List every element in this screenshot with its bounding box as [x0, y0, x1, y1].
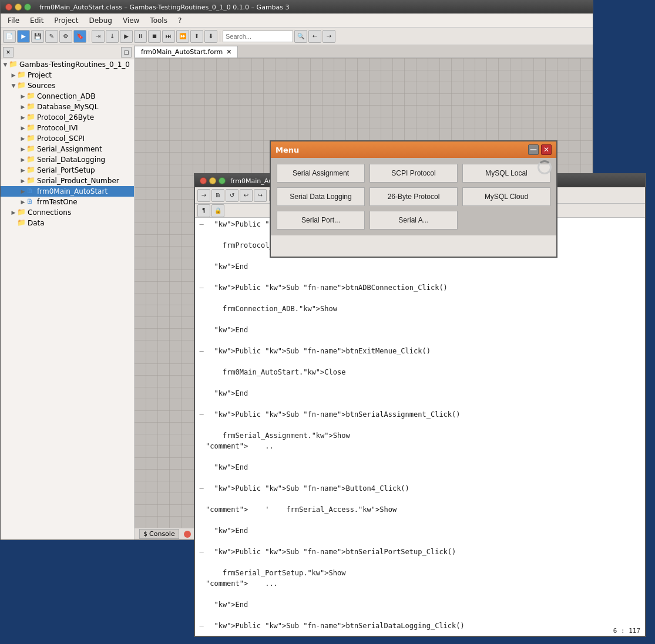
- collapse-icon[interactable]: —: [197, 484, 206, 495]
- toolbar-fast-forward[interactable]: ⏩: [176, 30, 189, 43]
- collapse-icon[interactable]: —: [197, 410, 206, 421]
- sidebar-item-serial-assignment[interactable]: ▶ 📁 Serial_Assignment: [1, 144, 134, 154]
- sidebar-item-protocol-ivi[interactable]: ▶ 📁 Protocol_IVI: [1, 123, 134, 133]
- sidebar-serial-product-number-label: Serial_Product_Number: [37, 177, 119, 185]
- code-line: "comment"> ' frmSerial_Access."kw">Show: [195, 505, 645, 516]
- search-input[interactable]: [223, 31, 293, 42]
- sidebar-item-serial-datalogging[interactable]: ▶ 📁 Serial_DataLogging: [1, 154, 134, 165]
- code-text: [206, 474, 643, 484]
- sidebar-close[interactable]: ✕: [3, 47, 14, 58]
- maximize-button[interactable]: [24, 4, 31, 11]
- collapse-icon[interactable]: —: [197, 284, 206, 294]
- code-close-button[interactable]: [200, 177, 207, 184]
- tab-form[interactable]: frm0Main_AutoStart.form ✕: [135, 46, 238, 58]
- sidebar-collapse[interactable]: □: [121, 47, 132, 58]
- sidebar-serial-portsetup-arrow: ▶: [19, 167, 26, 174]
- code-text: "kw">End: [206, 527, 643, 537]
- code-text: [206, 632, 643, 636]
- menu-btn-serial-data-logging[interactable]: Serial Data Logging: [277, 187, 365, 206]
- menu-popup-title-area: Menu: [276, 146, 299, 154]
- toolbar-step-into[interactable]: ↓: [106, 30, 119, 43]
- sidebar-item-protocol-scpi[interactable]: ▶ 📁 Protocol_SCPI: [1, 133, 134, 144]
- sidebar-item-connection-adb[interactable]: ▶ 📁 Connection_ADB: [1, 91, 134, 102]
- code-text: frm0Main_AutoStart."kw">Close: [206, 368, 643, 379]
- toolbar-save[interactable]: 💾: [31, 30, 44, 43]
- code-toolbar-redo[interactable]: ↪: [254, 189, 267, 202]
- ide-titlebar: frm0Main_AutoStart.class – Gambas-Testin…: [1, 1, 593, 14]
- sidebar-item-frm0main-autostart[interactable]: ▶ 🗎 frm0Main_AutoStart: [1, 186, 134, 197]
- code-toolbar-undo[interactable]: ↩: [240, 189, 253, 202]
- collapse-icon[interactable]: —: [197, 347, 206, 358]
- collapse-icon[interactable]: —: [197, 548, 206, 558]
- code-content[interactable]: — "kw">Public "kw">Sub "fn-name">btnProt…: [195, 218, 645, 636]
- code-max-button[interactable]: [219, 177, 226, 184]
- code-line: [195, 474, 645, 484]
- menu-btn-mysql-cloud[interactable]: MySQL Cloud: [462, 187, 550, 206]
- menu-popup-window-controls: — ✕: [528, 144, 552, 155]
- minimize-button[interactable]: [15, 4, 22, 11]
- sidebar-item-connections[interactable]: ▶ 📁 Connections: [1, 207, 134, 218]
- collapse-icon[interactable]: —: [197, 622, 206, 632]
- menu-project[interactable]: Project: [49, 15, 83, 26]
- sidebar-item-serial-product-number[interactable]: ▶ 📁 Serial_Product_Number: [1, 176, 134, 186]
- toolbar-step-over[interactable]: ⇥: [92, 30, 105, 43]
- menu-tools[interactable]: Tools: [145, 15, 172, 26]
- menu-edit[interactable]: Edit: [25, 15, 48, 26]
- menu-view[interactable]: View: [118, 15, 144, 26]
- tab-close-icon[interactable]: ✕: [226, 48, 231, 56]
- sidebar-connection-adb-arrow: ▶: [19, 93, 26, 100]
- menu-file[interactable]: File: [3, 15, 24, 26]
- sidebar-item-frmtestone[interactable]: ▶ 🗎 frmTestOne: [1, 197, 134, 207]
- code-toolbar2-btn1[interactable]: ¶: [197, 204, 210, 217]
- toolbar-restart[interactable]: ⏭: [162, 30, 175, 43]
- toolbar-bookmark[interactable]: 🔖: [73, 30, 86, 43]
- code-toolbar-refresh[interactable]: ↺: [226, 189, 239, 202]
- code-line: [195, 421, 645, 431]
- toolbar-search-btn[interactable]: 🔍: [294, 30, 307, 43]
- sidebar-item-database-mysql[interactable]: ▶ 📁 Database_MySQL: [1, 102, 134, 112]
- toolbar-back[interactable]: ←: [308, 30, 321, 43]
- window-controls: [5, 4, 31, 11]
- menu-btn-serial-a[interactable]: Serial A...: [370, 211, 458, 230]
- sidebar-item-data[interactable]: 📁 Data: [1, 218, 134, 228]
- code-toolbar2-lock[interactable]: 🔒: [211, 204, 224, 217]
- code-text: "kw">End: [206, 601, 643, 611]
- menu-btn-26byte-protocol[interactable]: 26-Byte Protocol: [370, 187, 458, 206]
- menu-debug[interactable]: Debug: [84, 15, 116, 26]
- toolbar-open[interactable]: ▶: [17, 30, 30, 43]
- menu-btn-serial-port[interactable]: Serial Port...: [277, 211, 365, 230]
- toolbar-run[interactable]: ▶: [120, 30, 133, 43]
- menu-btn-serial-assignment[interactable]: Serial Assignment: [277, 164, 365, 183]
- menu-help[interactable]: ?: [173, 15, 186, 26]
- toolbar-new[interactable]: 📄: [3, 30, 16, 43]
- sidebar-item-project[interactable]: ▶ 📁 Project: [1, 70, 134, 80]
- close-button[interactable]: [5, 4, 12, 11]
- toolbar-edit[interactable]: ✎: [45, 30, 58, 43]
- code-line: [195, 336, 645, 347]
- console-button[interactable]: $ Console: [139, 529, 179, 539]
- toolbar-up[interactable]: ⬆: [190, 30, 203, 43]
- sidebar-item-serial-portsetup[interactable]: ▶ 📁 Serial_PortSetup: [1, 165, 134, 176]
- menu-popup-min-button[interactable]: —: [528, 144, 539, 155]
- file-tree: ▼ 📁 Gambas-TestingRoutines_0_1_0 ▶ 📁 Pro…: [1, 59, 134, 228]
- tree-root[interactable]: ▼ 📁 Gambas-TestingRoutines_0_1_0: [1, 59, 134, 70]
- sidebar-item-sources[interactable]: ▼ 📁 Sources: [1, 80, 134, 91]
- toolbar-down[interactable]: ⬇: [204, 30, 217, 43]
- collapse-icon[interactable]: —: [197, 220, 206, 231]
- menu-btn-scpi-protocol[interactable]: SCPI Protocol: [370, 164, 458, 183]
- toolbar-stop[interactable]: ⏹: [148, 30, 161, 43]
- collapse-icon: [197, 579, 206, 590]
- code-toolbar-new[interactable]: 🗎: [211, 189, 224, 202]
- code-toolbar-arrow[interactable]: →: [197, 189, 210, 202]
- menu-popup-close-button[interactable]: ✕: [541, 144, 552, 155]
- collapse-icon: [197, 368, 206, 379]
- toolbar-gear[interactable]: ⚙: [59, 30, 72, 43]
- sidebar-item-protocol-26byte[interactable]: ▶ 📁 Protocol_26Byte: [1, 112, 134, 123]
- toolbar-pause[interactable]: ⏸: [134, 30, 147, 43]
- collapse-icon: [197, 336, 206, 347]
- sidebar-project-arrow: ▶: [10, 72, 17, 79]
- code-text: "kw">End: [206, 326, 643, 336]
- code-min-button[interactable]: [209, 177, 216, 184]
- code-line: — "kw">Public "kw">Sub "fn-name">btnSeri…: [195, 410, 645, 421]
- toolbar-forward[interactable]: →: [323, 30, 335, 43]
